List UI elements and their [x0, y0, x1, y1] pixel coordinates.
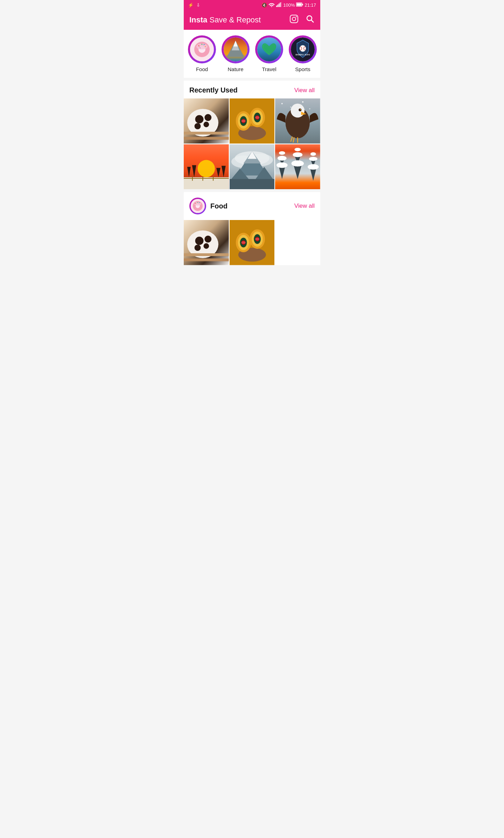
grid-item-sushi[interactable] [230, 98, 275, 144]
svg-point-102 [308, 164, 319, 170]
status-left-icons: ⚡ ⇩ [188, 2, 200, 8]
category-sports-label: Sports [295, 66, 310, 72]
instagram-icon[interactable] [289, 14, 299, 26]
svg-point-129 [241, 241, 245, 244]
svg-rect-1 [276, 6, 277, 7]
battery-icon [296, 2, 303, 8]
svg-point-103 [309, 157, 317, 161]
food-section-icon [189, 198, 206, 214]
download-icon: ⇩ [196, 2, 200, 8]
category-nature-circle [222, 35, 250, 63]
grid-item-sunset[interactable] [184, 144, 229, 190]
header-icons [289, 14, 315, 26]
categories-row: Food [184, 30, 320, 78]
mute-icon: 🔇 [261, 2, 267, 8]
wifi-icon [268, 2, 275, 8]
recently-used-grid [184, 98, 320, 189]
status-bar: ⚡ ⇩ 🔇 100% [184, 0, 320, 10]
svg-point-67 [300, 109, 301, 110]
category-sports[interactable]: BASEBALL PLAYS Sports [289, 35, 317, 72]
category-travel-circle [255, 35, 283, 63]
svg-point-113 [195, 237, 204, 245]
svg-point-17 [196, 44, 208, 49]
usb-icon: ⚡ [188, 2, 194, 8]
svg-rect-7 [297, 4, 302, 6]
svg-point-97 [292, 160, 304, 166]
svg-rect-8 [302, 4, 303, 5]
svg-point-99 [295, 148, 301, 151]
app-header: Insta Save & Repost [184, 10, 320, 30]
svg-point-57 [255, 116, 259, 119]
svg-point-115 [195, 245, 201, 251]
svg-point-61 [302, 101, 304, 103]
battery-percent: 100% [283, 2, 295, 8]
food-section-title: Food [210, 202, 227, 210]
food-grid-item-oreo[interactable] [184, 220, 229, 265]
svg-point-42 [195, 123, 201, 129]
category-nature-label: Nature [227, 66, 243, 72]
svg-point-65 [291, 104, 305, 118]
status-right-info: 🔇 100% 21:17 [261, 2, 316, 8]
category-travel[interactable]: Travel [255, 35, 283, 72]
svg-point-69 [198, 160, 215, 177]
svg-line-13 [312, 20, 314, 23]
svg-rect-4 [280, 2, 281, 7]
svg-rect-2 [278, 5, 279, 7]
category-nature[interactable]: Nature [222, 35, 250, 72]
grid-item-snowtrees[interactable] [275, 144, 320, 190]
grid-item-eagle[interactable] [275, 98, 320, 144]
recently-used-viewall[interactable]: View all [294, 87, 315, 94]
food-section-grid [184, 220, 320, 265]
svg-point-29 [300, 45, 306, 51]
svg-text:BASEBALL PLAYS: BASEBALL PLAYS [296, 54, 310, 56]
svg-point-41 [204, 114, 211, 121]
recently-used-header: Recently Used View all [184, 81, 320, 98]
svg-point-12 [307, 16, 312, 21]
svg-point-43 [203, 122, 209, 127]
search-icon[interactable] [306, 14, 315, 26]
grid-item-mountain-clouds[interactable] [230, 144, 275, 190]
app-title: Insta Save & Repost [189, 15, 261, 25]
svg-rect-70 [184, 177, 229, 190]
svg-rect-88 [230, 179, 275, 190]
category-food-circle [188, 35, 216, 63]
category-food-label: Food [196, 66, 208, 72]
svg-point-0 [271, 6, 272, 7]
svg-point-130 [255, 238, 259, 241]
svg-rect-9 [290, 15, 298, 23]
food-section-viewall[interactable]: View all [294, 202, 315, 210]
svg-point-56 [241, 119, 245, 122]
svg-rect-3 [279, 4, 280, 7]
svg-point-11 [296, 16, 297, 17]
food-grid-item-sushi[interactable] [230, 220, 275, 265]
food-section-left: Food [189, 198, 227, 214]
svg-point-60 [290, 107, 291, 108]
svg-rect-5 [281, 2, 282, 7]
recently-used-title: Recently Used [189, 86, 238, 94]
svg-point-98 [293, 152, 303, 157]
food-section-header: Food View all [184, 192, 320, 220]
svg-point-104 [310, 152, 316, 156]
category-sports-circle: BASEBALL PLAYS [289, 35, 317, 63]
svg-point-116 [203, 243, 209, 249]
signal-icon [276, 2, 282, 8]
food-section: Food View all [184, 192, 320, 265]
grid-item-oreo[interactable] [184, 98, 229, 144]
svg-point-94 [279, 151, 285, 154]
svg-point-93 [278, 156, 287, 160]
svg-point-114 [204, 236, 211, 243]
category-travel-label: Travel [262, 66, 276, 72]
svg-point-62 [309, 108, 310, 109]
svg-point-10 [292, 17, 296, 21]
svg-point-40 [195, 115, 204, 124]
svg-point-92 [276, 162, 288, 168]
category-food[interactable]: Food [188, 35, 216, 72]
svg-point-59 [281, 103, 283, 104]
time: 21:17 [304, 2, 316, 8]
recently-used-section: Recently Used View all [184, 81, 320, 189]
